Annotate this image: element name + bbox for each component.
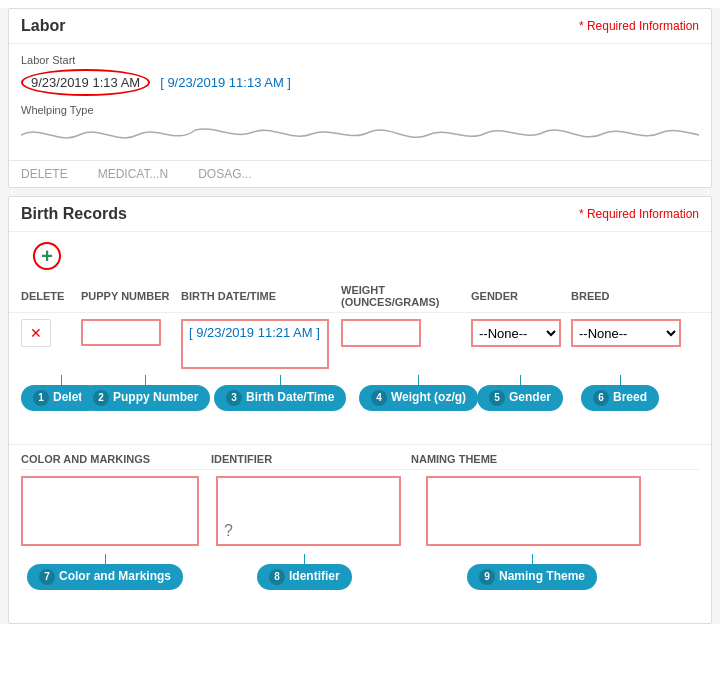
tooltip-weight: 4Weight (oz/g) [359, 375, 478, 411]
bottom-tooltips-container: 7Color and Markings 8Identifier 9Naming … [17, 554, 711, 619]
table-header-row: DELETE PUPPY NUMBER BIRTH DATE/TIME WEIG… [9, 280, 711, 313]
labor-header: Labor * Required Information [9, 9, 711, 44]
identifier-field: ? [216, 476, 416, 550]
gender-cell: --None-- Male Female [471, 319, 571, 347]
tooltip-weight-pill: 4Weight (oz/g) [359, 385, 478, 411]
page-container: Labor * Required Information Labor Start… [0, 8, 720, 624]
identifier-textarea[interactable] [216, 476, 401, 546]
identifier-header: IDENTIFIER [211, 453, 411, 465]
birthdate-bracket: [ 9/23/2019 11:21 AM ] [189, 325, 320, 340]
birthdate-cell: [ 9/23/2019 11:21 AM ] [181, 319, 341, 369]
labor-start-bracket: [ 9/23/2019 11:13 AM ] [160, 75, 291, 90]
col-header-birthdate: BIRTH DATE/TIME [181, 290, 341, 302]
puppy-number-input[interactable] [81, 319, 161, 346]
color-header: COLOR AND MARKINGS [21, 453, 211, 465]
birth-records-header: Birth Records * Required Information [9, 197, 711, 232]
breed-select[interactable]: --None-- Labrador [571, 319, 681, 347]
col-header-delete: DELETE [21, 290, 81, 302]
labor-required: * Required Information [579, 19, 699, 33]
labor-title: Labor [21, 17, 65, 35]
tab-dosage: DOSAG... [198, 167, 251, 181]
birth-records-section: Birth Records * Required Information + D… [8, 196, 712, 624]
identifier-question-mark: ? [224, 522, 233, 540]
weight-cell [341, 319, 471, 347]
birth-records-title: Birth Records [21, 205, 127, 223]
faded-tabs: DELETE MEDICAT...N DOSAG... [9, 160, 711, 187]
add-row: + [9, 232, 711, 280]
bottom-fields-row: ? [21, 476, 699, 550]
tooltip-birthdate: 3Birth Date/Time [214, 375, 346, 411]
squiggly-line [21, 120, 699, 150]
delete-row-button[interactable]: ✕ [21, 319, 51, 347]
tab-delete: DELETE [21, 167, 68, 181]
tooltip-puppy-pill: 2Puppy Number [81, 385, 210, 411]
breed-cell: --None-- Labrador [571, 319, 691, 347]
tooltip-color: 7Color and Markings [27, 554, 183, 590]
table-row: ✕ [ 9/23/2019 11:21 AM ] --None-- Male F… [9, 313, 711, 375]
gender-select[interactable]: --None-- Male Female [471, 319, 561, 347]
naming-header: NAMING THEME [411, 453, 641, 465]
labor-start-label: Labor Start [21, 54, 699, 66]
tooltip-gender-pill: 5Gender [477, 385, 563, 411]
birth-records-required: * Required Information [579, 207, 699, 221]
labor-body: Labor Start 9/23/2019 1:13 AM [ 9/23/201… [9, 44, 711, 160]
labor-start-circled: 9/23/2019 1:13 AM [21, 69, 150, 96]
weight-input[interactable] [341, 319, 421, 347]
add-puppy-button[interactable]: + [33, 242, 61, 270]
col-header-breed: BREED [571, 290, 691, 302]
tooltip-birthdate-pill: 3Birth Date/Time [214, 385, 346, 411]
tooltip-breed: 6Breed [581, 375, 659, 411]
puppy-number-cell [81, 319, 181, 346]
labor-start-row: 9/23/2019 1:13 AM [ 9/23/2019 11:13 AM ] [21, 69, 699, 96]
naming-theme-field [426, 476, 646, 550]
tooltip-color-pill: 7Color and Markings [27, 564, 183, 590]
tooltip-identifier: 8Identifier [257, 554, 352, 590]
naming-theme-textarea[interactable] [426, 476, 641, 546]
bottom-fields-area: COLOR AND MARKINGS IDENTIFIER NAMING THE… [9, 444, 711, 554]
bottom-header-row: COLOR AND MARKINGS IDENTIFIER NAMING THE… [21, 453, 699, 470]
tooltip-naming-pill: 9Naming Theme [467, 564, 597, 590]
color-markings-textarea[interactable] [21, 476, 199, 546]
delete-cell: ✕ [21, 319, 81, 347]
tooltip-naming: 9Naming Theme [467, 554, 597, 590]
tooltip-puppy: 2Puppy Number [81, 375, 210, 411]
row-tooltips-container: 1Delete 2Puppy Number 3Birth Date/Time [9, 375, 711, 440]
col-header-gender: GENDER [471, 290, 571, 302]
col-header-puppy: PUPPY NUMBER [81, 290, 181, 302]
tooltip-breed-pill: 6Breed [581, 385, 659, 411]
col-header-weight: WEIGHT (OUNCES/GRAMS) [341, 284, 471, 308]
tooltip-identifier-pill: 8Identifier [257, 564, 352, 590]
tooltip-gender: 5Gender [477, 375, 563, 411]
tab-medication: MEDICAT...N [98, 167, 168, 181]
labor-section: Labor * Required Information Labor Start… [8, 8, 712, 188]
whelping-type-label: Whelping Type [21, 104, 699, 116]
color-markings-field [21, 476, 206, 550]
birthdate-input[interactable]: [ 9/23/2019 11:21 AM ] [181, 319, 329, 369]
